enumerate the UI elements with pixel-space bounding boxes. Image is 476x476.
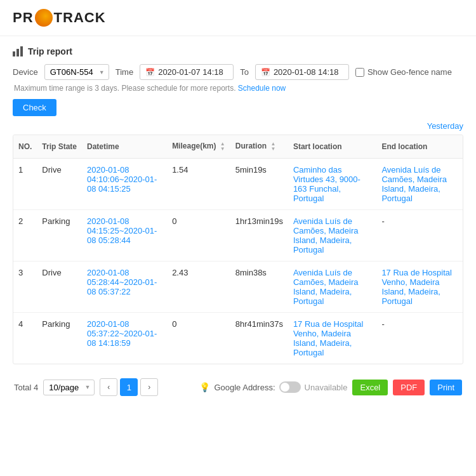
next-page-button[interactable]: › <box>140 378 158 396</box>
date-from-input[interactable]: 📅 2020-01-07 14:18 <box>140 64 234 80</box>
page-size-wrapper[interactable]: 10/page 20/page 50/page ▼ <box>43 380 95 395</box>
table-cell: Drive <box>37 261 82 313</box>
section-title-text: Trip report <box>28 46 72 56</box>
bulb-icon: 💡 <box>199 382 210 392</box>
schedule-link[interactable]: Schedule now <box>238 84 286 93</box>
to-label: To <box>240 67 249 77</box>
col-datetime: Datetime <box>82 135 167 159</box>
sort-arrows-duration: ▲▼ <box>270 142 275 152</box>
table-cell: Parking <box>37 313 82 364</box>
logo-icon <box>35 9 53 27</box>
google-address-toggle[interactable] <box>279 381 301 393</box>
trip-table-wrapper: NO. Trip State Datetime Mileage(km) ▲▼ D… <box>13 135 463 364</box>
header: PR TRACK <box>0 0 476 36</box>
table-cell[interactable]: Avenida Luís de Camões, Madeira Island, … <box>288 261 376 313</box>
device-select-wrapper[interactable]: GT06N-554 ▼ <box>44 64 109 80</box>
total-count: Total 4 <box>14 383 38 392</box>
table-cell[interactable]: Avenida Luís de Camões, Madeira Island, … <box>288 210 376 261</box>
pdf-button[interactable]: PDF <box>393 380 425 395</box>
table-cell[interactable]: 2020-01-08 04:10:06~2020-01-08 04:15:25 <box>82 159 167 210</box>
col-start-location: Start location <box>288 135 376 159</box>
geofence-checkbox-label[interactable]: Show Geo-fence name <box>355 67 452 77</box>
pagination-row: Total 4 10/page 20/page 50/page ▼ ‹ 1 › … <box>13 374 463 400</box>
table-header-row: NO. Trip State Datetime Mileage(km) ▲▼ D… <box>13 135 463 159</box>
schedule-note-text: Maximum time range is 3 days. Please sch… <box>14 84 235 93</box>
date-from-value: 2020-01-07 14:18 <box>158 67 223 77</box>
col-no: NO. <box>13 135 37 159</box>
table-row: 3Drive2020-01-08 05:28:44~2020-01-08 05:… <box>13 261 463 313</box>
google-address-label: Google Address: <box>214 383 275 392</box>
yesterday-link[interactable]: Yesterday <box>13 121 463 131</box>
excel-button[interactable]: Excel <box>352 380 388 395</box>
schedule-note: Maximum time range is 3 days. Please sch… <box>13 84 463 93</box>
prev-page-button[interactable]: ‹ <box>100 378 117 396</box>
page-size-select[interactable]: 10/page 20/page 50/page <box>49 383 89 392</box>
col-duration[interactable]: Duration ▲▼ <box>230 135 288 159</box>
geofence-label-text: Show Geo-fence name <box>367 67 452 77</box>
toggle-dot <box>281 383 289 392</box>
print-button[interactable]: Print <box>430 380 462 395</box>
table-cell: Drive <box>37 159 82 210</box>
table-cell[interactable]: 17 Rua de Hospital Venho, Madeira Island… <box>288 313 376 364</box>
main-content: Trip report Device GT06N-554 ▼ Time 📅 20… <box>0 36 476 410</box>
logo: PR TRACK <box>13 9 106 27</box>
table-cell[interactable]: Avenida Luís de Camões, Madeira Island, … <box>376 159 463 210</box>
col-mileage[interactable]: Mileage(km) ▲▼ <box>167 135 230 159</box>
col-trip-state: Trip State <box>37 135 82 159</box>
table-cell: 3 <box>13 261 37 313</box>
table-cell: 5min19s <box>230 159 288 210</box>
table-cell: 8hr41min37s <box>230 313 288 364</box>
trip-table: NO. Trip State Datetime Mileage(km) ▲▼ D… <box>13 135 463 364</box>
table-cell[interactable]: 2020-01-08 05:28:44~2020-01-08 05:37:22 <box>82 261 167 313</box>
table-row: 1Drive2020-01-08 04:10:06~2020-01-08 04:… <box>13 159 463 210</box>
table-cell: 0 <box>167 210 230 261</box>
section-title: Trip report <box>13 46 463 56</box>
table-cell: - <box>376 210 463 261</box>
table-row: 4Parking2020-01-08 05:37:22~2020-01-08 1… <box>13 313 463 364</box>
date-to-input[interactable]: 📅 2020-01-08 14:18 <box>255 64 349 80</box>
table-cell: 1 <box>13 159 37 210</box>
table-cell: 1.54 <box>167 159 230 210</box>
table-cell: 4 <box>13 313 37 364</box>
device-label: Device <box>13 67 38 77</box>
table-body: 1Drive2020-01-08 04:10:06~2020-01-08 04:… <box>13 159 463 364</box>
pagination-right: 💡 Google Address: Unavailable Excel PDF … <box>199 380 462 395</box>
page-nav: ‹ 1 › <box>100 378 158 396</box>
date-to-value: 2020-01-08 14:18 <box>274 67 339 77</box>
table-cell: Parking <box>37 210 82 261</box>
page-1-button[interactable]: 1 <box>120 378 138 396</box>
table-cell: 2 <box>13 210 37 261</box>
table-cell: 8min38s <box>230 261 288 313</box>
chart-icon <box>13 46 23 56</box>
table-cell[interactable]: 2020-01-08 05:37:22~2020-01-08 14:18:59 <box>82 313 167 364</box>
table-cell[interactable]: 2020-01-08 04:15:25~2020-01-08 05:28:44 <box>82 210 167 261</box>
logo-text-before: PR <box>13 10 34 26</box>
calendar-icon: 📅 <box>145 68 155 77</box>
table-row: 2Parking2020-01-08 04:15:25~2020-01-08 0… <box>13 210 463 261</box>
unavailable-text: Unavailable <box>305 383 348 392</box>
table-cell[interactable]: 17 Rua de Hospital Venho, Madeira Island… <box>376 261 463 313</box>
col-end-location: End location <box>376 135 463 159</box>
google-address-row: 💡 Google Address: Unavailable <box>199 381 347 393</box>
pagination-left: Total 4 10/page 20/page 50/page ▼ ‹ 1 › <box>14 378 158 396</box>
check-button[interactable]: Check <box>13 99 56 116</box>
sort-arrows-mileage: ▲▼ <box>220 142 225 152</box>
filter-row: Device GT06N-554 ▼ Time 📅 2020-01-07 14:… <box>13 64 463 80</box>
table-cell: 1hr13min19s <box>230 210 288 261</box>
logo-text-after: TRACK <box>54 10 106 26</box>
table-cell: 0 <box>167 313 230 364</box>
geofence-checkbox[interactable] <box>355 68 364 77</box>
device-select[interactable]: GT06N-554 <box>50 67 103 77</box>
table-cell: 2.43 <box>167 261 230 313</box>
table-cell[interactable]: Caminho das Virtudes 43, 9000-163 Funcha… <box>288 159 376 210</box>
time-label: Time <box>116 67 133 77</box>
table-cell: - <box>376 313 463 364</box>
calendar-icon-2: 📅 <box>261 68 270 77</box>
